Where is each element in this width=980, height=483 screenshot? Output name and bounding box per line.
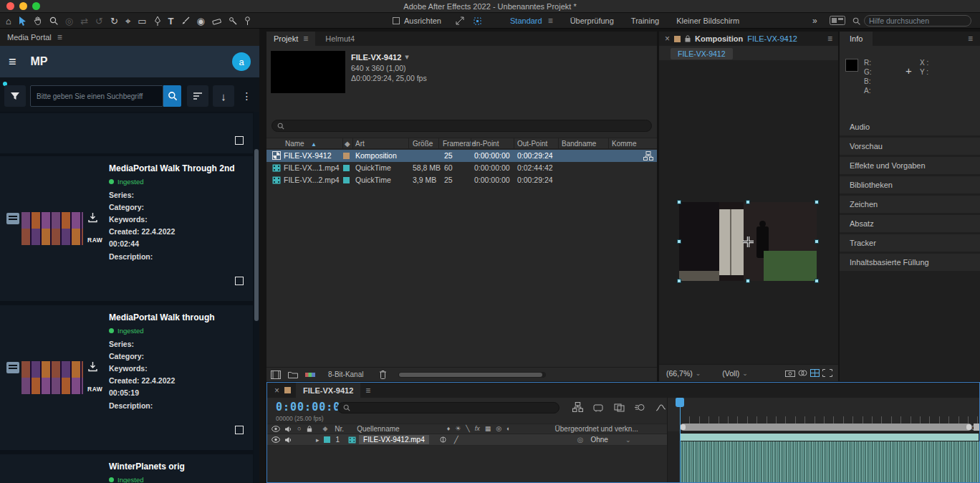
- collapse-icon[interactable]: ☀: [455, 426, 461, 432]
- thumbnail-strip[interactable]: [21, 212, 83, 245]
- trash-icon[interactable]: [379, 370, 387, 379]
- graph-editor-icon[interactable]: [655, 403, 666, 412]
- archive-icon[interactable]: [6, 212, 20, 225]
- draft-3d-icon[interactable]: [593, 403, 604, 412]
- eraser-tool-icon[interactable]: [212, 17, 221, 25]
- thumbnail-strip[interactable]: [21, 361, 83, 394]
- brush-tool-icon[interactable]: [181, 16, 190, 25]
- download-asset-icon[interactable]: [87, 361, 98, 372]
- filter-button[interactable]: [4, 85, 26, 107]
- panel-absatz[interactable]: Absatz: [840, 215, 980, 232]
- close-icon[interactable]: ×: [665, 34, 670, 44]
- panel-inhaltsbasierte-fuellung[interactable]: Inhaltsbasierte Füllung: [840, 254, 980, 271]
- panel-bibliotheken[interactable]: Bibliotheken: [840, 176, 980, 193]
- composition-flowchart-icon[interactable]: [572, 402, 583, 412]
- navigator-end-handle[interactable]: [966, 424, 971, 430]
- number-column-label[interactable]: Nr.: [335, 425, 344, 433]
- panel-menu-icon[interactable]: ≡: [57, 33, 62, 42]
- lock-column-icon[interactable]: [307, 426, 312, 432]
- avatar[interactable]: a: [232, 52, 251, 71]
- timeline-search-field[interactable]: [337, 402, 559, 413]
- selection-handle[interactable]: [746, 200, 750, 204]
- label-column-icon[interactable]: ◆: [345, 140, 350, 148]
- tab-helmut4[interactable]: Helmut4: [315, 34, 365, 43]
- media-card[interactable]: MediaPortal Walk through Ingested Series…: [0, 305, 253, 450]
- panel-menu-icon[interactable]: ≡: [827, 34, 832, 43]
- download-asset-icon[interactable]: [87, 212, 98, 223]
- comp-tab-label[interactable]: Komposition: [695, 34, 743, 43]
- snapping-icon[interactable]: [473, 16, 482, 26]
- chevron-down-icon[interactable]: ⌄: [742, 370, 748, 377]
- eye-column-icon[interactable]: [272, 426, 280, 432]
- media-search-input[interactable]: [30, 85, 163, 107]
- home-icon[interactable]: ⌂: [6, 16, 11, 26]
- panel-menu-icon[interactable]: ≡: [365, 386, 370, 395]
- parent-pickwhip-icon[interactable]: ◎: [577, 436, 584, 444]
- media-portal-tab[interactable]: Media Portal: [7, 33, 52, 42]
- snapshot-icon[interactable]: [785, 369, 795, 377]
- lock-icon[interactable]: [685, 35, 691, 42]
- layer-duration-bar[interactable]: [680, 433, 979, 441]
- dropdown-icon[interactable]: ▾: [405, 52, 409, 62]
- chevron-down-icon[interactable]: ⌄: [696, 370, 701, 377]
- close-window-button[interactable]: [6, 2, 14, 10]
- motion-blur-icon[interactable]: [635, 403, 645, 412]
- bit-depth-label[interactable]: 8-Bit-Kanal: [328, 370, 363, 378]
- panel-menu-icon[interactable]: ≡: [968, 34, 973, 43]
- layer-quality-icon[interactable]: ╱: [454, 436, 458, 444]
- new-folder-icon[interactable]: [288, 370, 298, 378]
- media-card[interactable]: MediaPortal Walk Through 2nd Ingested Se…: [0, 156, 253, 301]
- expand-arrows-icon[interactable]: [456, 16, 464, 25]
- timeline-scroll-corner[interactable]: [974, 424, 979, 431]
- panel-vorschau[interactable]: Vorschau: [840, 138, 980, 155]
- time-ruler[interactable]: 00s 05s 10s 15s 20s 25s 30s: [668, 398, 979, 424]
- comp-label-swatch[interactable]: [674, 36, 681, 42]
- archive-icon[interactable]: [6, 361, 20, 374]
- audio-column-icon[interactable]: [284, 426, 292, 433]
- clone-stamp-tool-icon[interactable]: ◉: [197, 16, 205, 26]
- viewer-tab[interactable]: FILE-VX-9412: [671, 48, 733, 59]
- 3d-layer-icon[interactable]: ◐: [506, 426, 510, 432]
- column-art[interactable]: Art: [355, 140, 365, 148]
- selection-handle[interactable]: [677, 239, 681, 244]
- align-checkbox[interactable]: [393, 17, 400, 24]
- scrollbar-thumb[interactable]: [254, 149, 259, 321]
- pen-tool-icon[interactable]: [154, 16, 161, 26]
- workspace-tab-standard[interactable]: Standard: [510, 16, 542, 25]
- sort-options-button[interactable]: [187, 85, 208, 107]
- media-list-scrollbar[interactable]: [254, 112, 259, 483]
- rotation-tool-icon[interactable]: ↻: [110, 16, 118, 26]
- zoom-level-dropdown[interactable]: (66,7%): [666, 369, 693, 378]
- track-area[interactable]: [668, 431, 979, 482]
- parent-column-label[interactable]: Übergeordnet und verkn...: [555, 425, 638, 433]
- color-depth-icon[interactable]: [305, 371, 315, 378]
- column-bandname[interactable]: Bandname: [562, 140, 596, 148]
- column-groesse[interactable]: Größe: [413, 140, 433, 148]
- composition-viewer[interactable]: [659, 60, 838, 364]
- media-search-button[interactable]: [163, 85, 181, 107]
- transfer-mode-icon[interactable]: ▦: [485, 426, 491, 432]
- selection-handle[interactable]: [746, 279, 750, 283]
- workspace-menu-icon[interactable]: ≡: [548, 16, 553, 25]
- panel-layout-icon[interactable]: [830, 16, 845, 25]
- hand-tool-icon[interactable]: [34, 16, 42, 25]
- label-color-swatch[interactable]: [343, 177, 350, 183]
- workspace-tab-kleiner-bildschirm[interactable]: Kleiner Bildschirm: [676, 16, 739, 25]
- selection-handle[interactable]: [815, 239, 819, 244]
- layer-shy-icon[interactable]: [439, 436, 447, 443]
- anchor-point-icon[interactable]: [743, 236, 754, 247]
- fx-icon[interactable]: fx: [475, 426, 480, 432]
- close-icon[interactable]: ×: [274, 386, 279, 396]
- timeline-tab[interactable]: FILE-VX-9412: [296, 383, 360, 398]
- panel-menu-icon[interactable]: ≡: [303, 34, 308, 43]
- navigator-start-handle[interactable]: [681, 424, 686, 430]
- workspace-overflow-icon[interactable]: »: [812, 16, 817, 26]
- help-search[interactable]: [852, 15, 971, 27]
- panel-effekte[interactable]: Effekte und Vorgaben: [840, 157, 980, 174]
- shy-icon[interactable]: ♦: [447, 426, 451, 432]
- region-of-interest-icon[interactable]: [822, 369, 832, 377]
- playhead-handle[interactable]: [676, 398, 684, 407]
- resolution-dropdown[interactable]: (Voll): [722, 369, 739, 378]
- project-row[interactable]: FILE-VX...2.mp4 QuickTime 3,9 MB 25 0:00…: [266, 174, 657, 186]
- label-column-icon[interactable]: ◆: [322, 426, 327, 432]
